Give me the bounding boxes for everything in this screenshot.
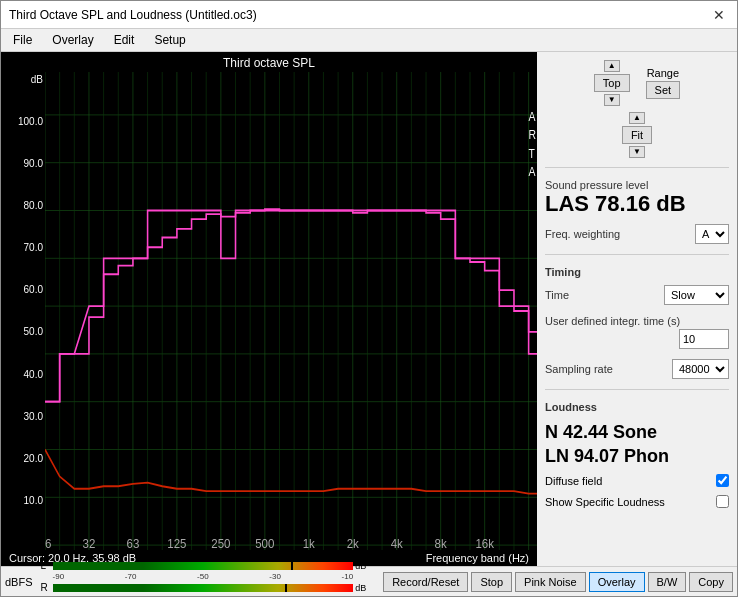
svg-text:16: 16: [45, 536, 51, 550]
menu-overlay[interactable]: Overlay: [48, 32, 97, 48]
loudness-section-label: Loudness: [545, 401, 729, 413]
time-row: Time Slow Fast Impulse: [545, 285, 729, 305]
loudness-ln: LN 94.07 Phon: [545, 445, 729, 468]
user-integr-row: User defined integr. time (s): [545, 315, 729, 349]
top-down-button[interactable]: ▼: [604, 94, 620, 106]
R-meter-indicator: [285, 584, 287, 592]
bottom-buttons: Record/Reset Stop Pink Noise Overlay B/W…: [379, 572, 737, 592]
diffuse-field-label: Diffuse field: [545, 475, 602, 487]
pink-noise-button[interactable]: Pink Noise: [515, 572, 586, 592]
fit-button[interactable]: Fit: [622, 126, 652, 144]
L-meter-bar: [53, 562, 354, 570]
svg-text:500: 500: [255, 536, 274, 550]
y-100: 100.0: [18, 116, 43, 127]
L-meter-indicator: [291, 562, 293, 570]
svg-text:32: 32: [83, 536, 96, 550]
y-70: 70.0: [24, 242, 43, 253]
svg-text:125: 125: [167, 536, 186, 550]
freq-weighting-row: Freq. weighting A B C Z: [545, 224, 729, 244]
menu-setup[interactable]: Setup: [150, 32, 189, 48]
divider-2: [545, 254, 729, 255]
top-button[interactable]: Top: [594, 74, 630, 92]
main-area: Third octave SPL dB 100.0 90.0 80.0 70.0…: [1, 52, 737, 566]
spl-section: Sound pressure level LAS 78.16 dB: [545, 179, 729, 217]
dB-label-R: dB: [355, 583, 375, 593]
top-up-button[interactable]: ▲: [604, 60, 620, 72]
sampling-rate-label: Sampling rate: [545, 363, 613, 375]
show-specific-row: Show Specific Loudness: [545, 495, 729, 508]
svg-text:16k: 16k: [475, 536, 494, 550]
svg-text:1k: 1k: [303, 536, 316, 550]
close-button[interactable]: ✕: [709, 5, 729, 25]
fit-down-button[interactable]: ▼: [629, 146, 645, 158]
y-80: 80.0: [24, 200, 43, 211]
main-window: Third Octave SPL and Loudness (Untitled.…: [0, 0, 738, 597]
chart-title: Third octave SPL: [1, 52, 537, 72]
loudness-n: N 42.44 Sone: [545, 421, 729, 444]
freq-weighting-select[interactable]: A B C Z: [695, 224, 729, 244]
bottom-bar: dBFS L dB -90 -70 -50 -30 -10: [1, 566, 737, 596]
svg-text:250: 250: [211, 536, 230, 550]
freq-band-label: Frequency band (Hz): [426, 552, 529, 564]
freq-weighting-label: Freq. weighting: [545, 228, 620, 240]
user-integr-input[interactable]: [679, 329, 729, 349]
sampling-rate-select[interactable]: 44100 48000 96000: [672, 359, 729, 379]
user-integr-label: User defined integr. time (s): [545, 315, 729, 327]
menu-file[interactable]: File: [9, 32, 36, 48]
title-bar: Third Octave SPL and Loudness (Untitled.…: [1, 1, 737, 29]
divider-3: [545, 389, 729, 390]
range-label: Range: [647, 67, 679, 79]
y-60: 60.0: [24, 284, 43, 295]
menu-edit[interactable]: Edit: [110, 32, 139, 48]
y-10: 10.0: [24, 495, 43, 506]
spl-value: LAS 78.16 dB: [545, 191, 729, 217]
y-40: 40.0: [24, 369, 43, 380]
y-label-dB: dB: [31, 74, 43, 85]
svg-text:T: T: [529, 147, 535, 160]
y-30: 30.0: [24, 411, 43, 422]
loudness-values: N 42.44 Sone LN 94.07 Phon: [545, 421, 729, 468]
time-label: Time: [545, 289, 569, 301]
show-specific-checkbox[interactable]: [716, 495, 729, 508]
spl-section-label: Sound pressure level: [545, 179, 729, 191]
svg-text:A: A: [529, 165, 536, 178]
sampling-rate-row: Sampling rate 44100 48000 96000: [545, 359, 729, 379]
show-specific-label: Show Specific Loudness: [545, 496, 665, 508]
y-20: 20.0: [24, 453, 43, 464]
diffuse-field-checkbox[interactable]: [716, 474, 729, 487]
stop-button[interactable]: Stop: [471, 572, 512, 592]
svg-text:2k: 2k: [347, 536, 360, 550]
window-title: Third Octave SPL and Loudness (Untitled.…: [9, 8, 257, 22]
dbfs-label: dBFS: [1, 576, 37, 588]
R-meter-bar: [53, 584, 354, 592]
svg-text:R: R: [529, 129, 537, 142]
set-button[interactable]: Set: [646, 81, 681, 99]
chart-svg: 16 32 63 125 250 500 1k 2k 4k 8k 16k A R: [45, 72, 537, 550]
divider-1: [545, 167, 729, 168]
chart-area: Third octave SPL dB 100.0 90.0 80.0 70.0…: [1, 52, 537, 566]
svg-text:8k: 8k: [435, 536, 448, 550]
svg-text:4k: 4k: [391, 536, 404, 550]
fit-up-button[interactable]: ▲: [629, 112, 645, 124]
R-meter-label: R: [41, 582, 51, 593]
time-select[interactable]: Slow Fast Impulse: [664, 285, 729, 305]
copy-button[interactable]: Copy: [689, 572, 733, 592]
menu-bar: File Overlay Edit Setup: [1, 29, 737, 52]
diffuse-field-row: Diffuse field: [545, 474, 729, 487]
overlay-button[interactable]: Overlay: [589, 572, 645, 592]
y-90: 90.0: [24, 158, 43, 169]
y-50: 50.0: [24, 326, 43, 337]
bw-button[interactable]: B/W: [648, 572, 687, 592]
record-reset-button[interactable]: Record/Reset: [383, 572, 468, 592]
svg-text:A: A: [529, 110, 536, 123]
timing-label: Timing: [545, 266, 729, 278]
right-panel: ▲ Top ▼ Range Set ▲ Fit ▼ Sound: [537, 52, 737, 566]
svg-text:63: 63: [127, 536, 140, 550]
